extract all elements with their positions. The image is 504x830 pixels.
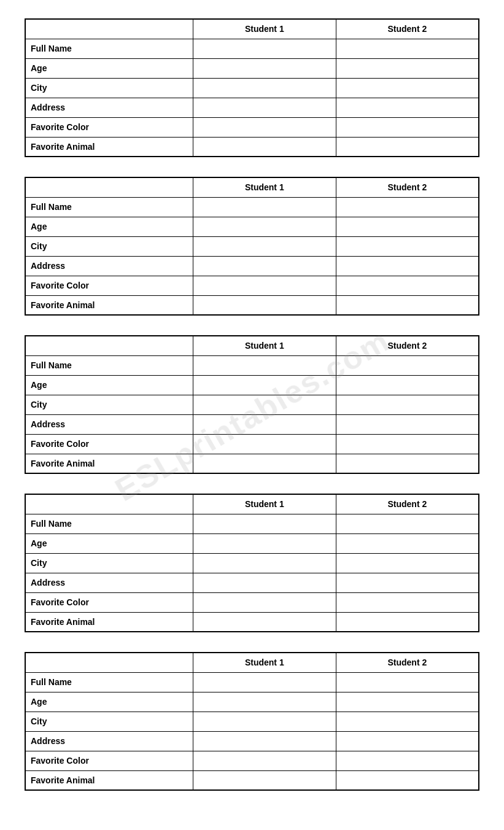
table-1-row2-student2[interactable] [336, 58, 479, 78]
table-1-row3-student1[interactable] [193, 78, 336, 98]
table-3-row4-student1[interactable] [193, 414, 336, 434]
table-row: Age [25, 533, 479, 553]
table-1-row5-label: Favorite Color [25, 117, 193, 137]
table-5-row5-student1[interactable] [193, 751, 336, 770]
table-1-row1-student2[interactable] [336, 39, 479, 58]
table-5-header-col1 [25, 653, 193, 672]
table-3-row3-student1[interactable] [193, 395, 336, 414]
table-3-row3-student2[interactable] [336, 395, 479, 414]
table-4-row4-student2[interactable] [336, 573, 479, 592]
table-wrapper-5: Student 1Student 2Full NameAgeCityAddres… [25, 652, 479, 791]
table-row: City [25, 712, 479, 731]
table-5-row3-student2[interactable] [336, 712, 479, 731]
table-5-row1-student2[interactable] [336, 672, 479, 692]
table-5-row2-label: Age [25, 692, 193, 712]
table-2-row2-label: Age [25, 217, 193, 236]
table-3-row6-label: Favorite Animal [25, 454, 193, 473]
table-3-row6-student1[interactable] [193, 454, 336, 473]
table-3-header-col3: Student 2 [336, 336, 479, 355]
table-1-row5-student2[interactable] [336, 117, 479, 137]
table-2-row1-student2[interactable] [336, 197, 479, 217]
table-3-row1-label: Full Name [25, 355, 193, 375]
table-3-row2-student1[interactable] [193, 375, 336, 395]
table-row: Age [25, 375, 479, 395]
table-5-row3-student1[interactable] [193, 712, 336, 731]
table-2-row2-student1[interactable] [193, 217, 336, 236]
tables-container: Student 1Student 2Full NameAgeCityAddres… [25, 12, 479, 791]
table-row: Favorite Color [25, 592, 479, 612]
table-2-row3-student1[interactable] [193, 236, 336, 256]
table-row: Favorite Animal [25, 612, 479, 632]
table-2-row6-student1[interactable] [193, 295, 336, 315]
table-2-row3-label: City [25, 236, 193, 256]
table-2-row3-student2[interactable] [336, 236, 479, 256]
table-5-row2-student2[interactable] [336, 692, 479, 712]
table-row: Favorite Color [25, 117, 479, 137]
table-4-row6-student2[interactable] [336, 612, 479, 632]
table-2-row1-student1[interactable] [193, 197, 336, 217]
table-2-row6-student2[interactable] [336, 295, 479, 315]
table-3-row1-student1[interactable] [193, 355, 336, 375]
table-1-row2-student1[interactable] [193, 58, 336, 78]
table-3-row3-label: City [25, 395, 193, 414]
table-3-header-col2: Student 1 [193, 336, 336, 355]
table-4-row5-student2[interactable] [336, 592, 479, 612]
table-3-row1-student2[interactable] [336, 355, 479, 375]
table-4-row5-label: Favorite Color [25, 592, 193, 612]
table-1-header-col2: Student 1 [193, 19, 336, 39]
table-4-header-col2: Student 1 [193, 494, 336, 514]
table-1-row6-student1[interactable] [193, 137, 336, 157]
table-4-row4-student1[interactable] [193, 573, 336, 592]
table-4-row1-student2[interactable] [336, 514, 479, 533]
table-4-row5-student1[interactable] [193, 592, 336, 612]
table-4-row6-label: Favorite Animal [25, 612, 193, 632]
table-row: Favorite Color [25, 276, 479, 295]
table-3-row4-student2[interactable] [336, 414, 479, 434]
table-3-row6-student2[interactable] [336, 454, 479, 473]
table-5-row3-label: City [25, 712, 193, 731]
table-1-row3-label: City [25, 78, 193, 98]
table-5-row2-student1[interactable] [193, 692, 336, 712]
table-4-row2-student1[interactable] [193, 533, 336, 553]
table-3-row5-student1[interactable] [193, 434, 336, 454]
table-2-row4-student2[interactable] [336, 256, 479, 276]
table-row: Address [25, 731, 479, 751]
table-4-header-col1 [25, 494, 193, 514]
table-row: Favorite Animal [25, 770, 479, 790]
table-5-row4-label: Address [25, 731, 193, 751]
table-1-row1-student1[interactable] [193, 39, 336, 58]
table-1-row3-student2[interactable] [336, 78, 479, 98]
table-1-row6-student2[interactable] [336, 137, 479, 157]
table-3-row5-label: Favorite Color [25, 434, 193, 454]
table-3-row5-student2[interactable] [336, 434, 479, 454]
table-2-row5-student2[interactable] [336, 276, 479, 295]
table-5-row6-student2[interactable] [336, 770, 479, 790]
table-5-row6-student1[interactable] [193, 770, 336, 790]
table-4-row6-student1[interactable] [193, 612, 336, 632]
table-row: Full Name [25, 514, 479, 533]
table-2-row2-student2[interactable] [336, 217, 479, 236]
table-5-row4-student1[interactable] [193, 731, 336, 751]
table-4-row3-student1[interactable] [193, 553, 336, 573]
table-4-row2-student2[interactable] [336, 533, 479, 553]
table-row: Favorite Animal [25, 295, 479, 315]
table-5-header-col2: Student 1 [193, 653, 336, 672]
table-2-row5-student1[interactable] [193, 276, 336, 295]
student-table-2: Student 1Student 2Full NameAgeCityAddres… [25, 177, 479, 316]
table-row: City [25, 395, 479, 414]
table-1-row1-label: Full Name [25, 39, 193, 58]
table-row: Full Name [25, 39, 479, 58]
table-5-row1-student1[interactable] [193, 672, 336, 692]
table-1-row4-student2[interactable] [336, 98, 479, 117]
table-5-row4-student2[interactable] [336, 731, 479, 751]
table-5-row5-student2[interactable] [336, 751, 479, 770]
table-1-row4-student1[interactable] [193, 98, 336, 117]
table-4-row1-student1[interactable] [193, 514, 336, 533]
table-4-row3-student2[interactable] [336, 553, 479, 573]
table-row: Full Name [25, 197, 479, 217]
table-4-header-col3: Student 2 [336, 494, 479, 514]
table-3-row2-student2[interactable] [336, 375, 479, 395]
table-wrapper-1: Student 1Student 2Full NameAgeCityAddres… [25, 18, 479, 157]
table-1-row5-student1[interactable] [193, 117, 336, 137]
table-2-row4-student1[interactable] [193, 256, 336, 276]
